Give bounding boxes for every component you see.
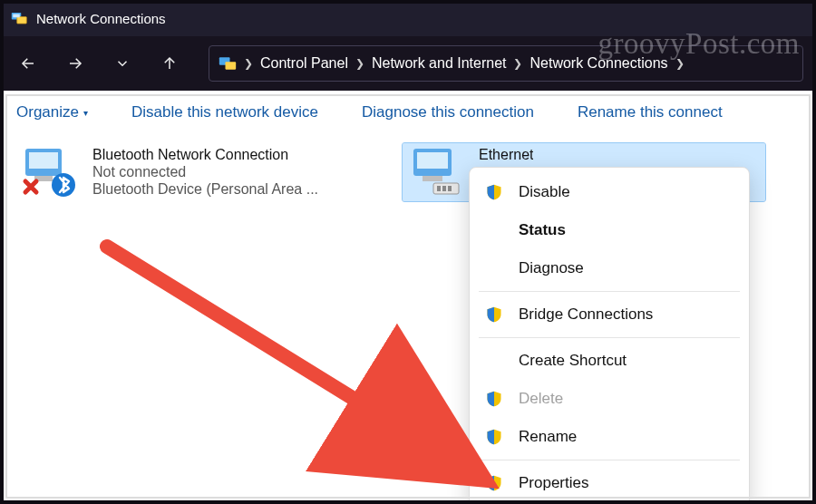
connection-item-bluetooth[interactable]: Bluetooth Network Connection Not connect… [16, 143, 379, 201]
window-title: Network Connections [36, 11, 166, 26]
menu-separator [479, 291, 740, 292]
menu-separator [479, 460, 740, 460]
ctx-item-properties[interactable]: Properties [470, 464, 749, 502]
connection-status: Not connected [92, 164, 318, 180]
chevron-right-icon: ❯ [354, 57, 366, 70]
command-bar: Organize ▾ Disable this network device D… [0, 91, 816, 134]
shield-icon [484, 305, 504, 325]
ctx-label: Status [519, 221, 566, 239]
chevron-right-icon: ❯ [674, 57, 686, 70]
svg-rect-1 [17, 17, 27, 24]
back-button[interactable] [13, 46, 44, 81]
ethernet-adapter-icon [408, 147, 466, 198]
address-bar[interactable]: ❯ Control Panel ❯ Network and Internet ❯… [209, 45, 803, 82]
chevron-right-icon: ❯ [242, 57, 255, 70]
connection-name: Ethernet [479, 147, 533, 163]
svg-rect-17 [442, 186, 446, 191]
svg-rect-9 [29, 152, 58, 169]
svg-rect-14 [423, 176, 442, 181]
ctx-item-shortcut[interactable]: Create Shortcut [470, 342, 749, 380]
network-connections-icon [11, 10, 27, 26]
recent-dropdown[interactable] [107, 46, 138, 81]
ctx-label: Bridge Connections [519, 305, 653, 324]
organize-menu[interactable]: Organize ▾ [16, 103, 88, 121]
svg-rect-13 [417, 152, 448, 169]
breadcrumb-item[interactable]: Control Panel [260, 55, 348, 72]
up-button[interactable] [154, 46, 185, 81]
connection-name: Bluetooth Network Connection [92, 147, 318, 163]
shield-icon [484, 389, 504, 409]
ctx-item-bridge[interactable]: Bridge Connections [470, 296, 749, 334]
organize-label: Organize [16, 103, 79, 121]
connection-device: Bluetooth Device (Personal Area ... [92, 181, 318, 198]
chevron-down-icon: ▾ [83, 108, 88, 118]
ctx-item-status[interactable]: Status [470, 211, 749, 249]
forward-button[interactable] [60, 46, 91, 81]
navigation-bar: ❯ Control Panel ❯ Network and Internet ❯… [0, 36, 816, 91]
connections-pane: Bluetooth Network Connection Not connect… [0, 134, 816, 504]
control-panel-icon [219, 54, 237, 73]
ctx-label: Rename [519, 428, 577, 446]
ctx-item-disable[interactable]: Disable [470, 173, 749, 211]
bluetooth-adapter-icon [22, 147, 80, 198]
diagnose-button[interactable]: Diagnose this connection [362, 103, 534, 121]
svg-rect-2 [13, 15, 20, 18]
ctx-label: Create Shortcut [519, 352, 627, 370]
ctx-label: Disable [519, 183, 570, 201]
svg-rect-7 [226, 62, 237, 69]
shield-icon [484, 473, 504, 493]
ctx-item-delete: Delete [470, 380, 749, 418]
shield-icon [484, 427, 504, 447]
shield-icon [484, 182, 504, 202]
svg-rect-16 [437, 186, 441, 191]
breadcrumb-item[interactable]: Network Connections [529, 55, 667, 72]
context-menu: Disable Status Diagnose Bridge Connectio… [469, 167, 750, 504]
ctx-item-rename[interactable]: Rename [470, 418, 749, 456]
ctx-item-diagnose[interactable]: Diagnose [470, 249, 749, 287]
breadcrumb-item[interactable]: Network and Internet [372, 55, 507, 72]
menu-separator [479, 337, 740, 338]
rename-button[interactable]: Rename this connect [578, 103, 723, 121]
svg-rect-18 [448, 186, 452, 191]
ctx-label: Delete [519, 390, 563, 408]
chevron-right-icon: ❯ [511, 57, 524, 70]
ctx-label: Diagnose [519, 259, 584, 277]
disable-device-button[interactable]: Disable this network device [131, 103, 318, 121]
window-titlebar: Network Connections [0, 0, 816, 36]
ctx-label: Properties [519, 474, 588, 492]
